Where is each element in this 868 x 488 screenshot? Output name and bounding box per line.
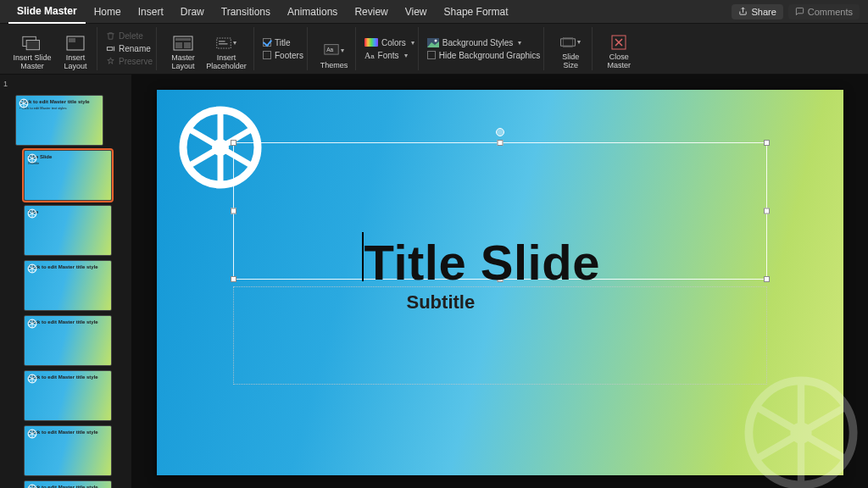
svg-line-63 [32,432,36,434]
checkbox-icon [263,38,271,47]
svg-rect-10 [219,41,225,42]
rename-button[interactable]: Rename [106,43,151,54]
footers-checkbox[interactable]: Footers [263,50,303,61]
close-master-label: Close Master [608,53,632,70]
rename-label: Rename [119,44,151,53]
thumbnail-7[interactable]: Click to edit Master title style [24,480,112,488]
svg-rect-11 [219,43,228,45]
hide-background-checkbox[interactable]: Hide Background Graphics [427,50,541,61]
slide-canvas[interactable]: Title Slide Subtitle [157,90,843,475]
svg-rect-6 [175,38,191,41]
master-layout-label: Master Layout [171,54,195,71]
thumbnail-5[interactable]: Click to edit Master title style [24,370,112,421]
svg-line-66 [29,434,32,435]
checkbox-icon [263,51,271,59]
svg-line-42 [32,267,36,269]
title-label: Title [275,38,291,47]
resize-handle-sw[interactable] [231,276,236,282]
checkbox-icon [427,51,436,59]
svg-line-22 [24,103,27,105]
slide-size-label: Slide Size [562,53,579,70]
svg-line-53 [29,322,32,324]
comments-label: Comments [808,7,853,17]
tab-insert[interactable]: Insert [130,0,172,24]
ribbon: Insert Slide Master Insert Layout Delete… [0,24,868,75]
svg-line-31 [29,158,32,160]
share-button[interactable]: Share [732,4,782,19]
svg-line-50 [32,324,36,325]
background-icon [427,38,439,47]
resize-handle-se[interactable] [764,276,770,282]
slide-subtitle-text[interactable]: Subtitle [407,291,476,313]
svg-line-89 [758,433,800,458]
thumbnail-1[interactable]: Title SlideSubtitle [24,150,112,201]
tab-home[interactable]: Home [86,0,130,24]
svg-line-82 [190,130,220,147]
watermark-wheel-icon [742,374,860,488]
colors-dropdown[interactable]: Colors▾ [364,37,415,48]
workspace: 1 Click to edit Master title style• Clic… [0,75,868,488]
svg-line-86 [801,408,843,433]
resize-handle-n[interactable] [497,140,503,146]
resize-handle-nw[interactable] [231,140,236,146]
title-checkbox[interactable]: Title [263,37,291,48]
tab-shape-format[interactable]: Shape Format [436,0,517,24]
fonts-label: Fonts [378,51,399,60]
svg-line-45 [29,269,32,270]
resize-handle-e[interactable] [764,208,770,214]
tab-slide-master[interactable]: Slide Master [8,0,86,24]
insert-placeholder-label: Insert Placeholder [206,54,247,71]
svg-line-36 [32,214,36,215]
slide-title-text[interactable]: Title Slide [364,234,600,291]
close-master-button[interactable]: Close Master [601,27,637,70]
svg-line-38 [29,214,32,215]
tab-view[interactable]: View [397,0,436,24]
svg-line-56 [32,377,36,379]
fonts-dropdown[interactable]: Aa Fonts▾ [364,50,408,61]
svg-line-32 [29,157,32,158]
svg-rect-8 [184,42,191,48]
svg-line-43 [32,269,36,270]
comment-icon [795,7,804,16]
themes-label: Themes [320,62,348,70]
tab-review[interactable]: Review [346,0,396,24]
thumbnail-6[interactable]: Click to edit Master title style [24,425,112,476]
subtitle-placeholder-outline[interactable] [233,286,767,385]
insert-slide-master-button[interactable]: Insert Slide Master [8,27,56,71]
text-cursor [362,232,364,281]
resize-handle-w[interactable] [231,208,236,214]
comments-button[interactable]: Comments [788,4,860,19]
background-styles-dropdown[interactable]: Background Styles▾ [427,37,521,48]
svg-line-87 [801,433,843,458]
rotate-handle[interactable] [496,128,504,136]
svg-point-15 [434,39,437,42]
fonts-icon: Aa [364,51,375,60]
svg-line-29 [32,158,36,160]
tab-animations[interactable]: Animations [279,0,346,24]
delete-icon [106,31,115,41]
thumbnail-4[interactable]: Click to edit Master title style [24,315,112,366]
svg-line-52 [29,324,32,325]
svg-line-46 [29,267,32,269]
insert-layout-button[interactable]: Insert Layout [58,27,93,71]
thumbnail-0[interactable]: Click to edit Master title style• Click … [15,95,103,146]
resize-handle-ne[interactable] [764,140,770,146]
tab-transitions[interactable]: Transitions [213,0,279,24]
insert-placeholder-button[interactable]: ▾ Insert Placeholder [203,27,250,71]
slide-size-button[interactable]: ▾ Slide Size [553,27,588,70]
svg-line-59 [29,379,32,380]
tab-draw[interactable]: Draw [172,0,213,24]
svg-rect-3 [69,38,75,42]
colors-label: Colors [381,38,406,47]
svg-rect-1 [26,41,39,50]
svg-line-35 [32,212,36,214]
thumbnail-3[interactable]: Click to edit Master title style [24,260,112,311]
rename-icon [106,44,115,53]
background-styles-label: Background Styles [442,38,513,47]
themes-button[interactable]: Aa▾ Themes [316,27,352,70]
svg-line-24 [20,103,24,105]
thumbnail-2[interactable]: Title [24,205,112,256]
thumbnail-panel: 1 Click to edit Master title style• Clic… [0,75,131,488]
master-layout-button[interactable]: Master Layout [165,27,201,71]
preserve-button: Preserve [106,56,153,67]
